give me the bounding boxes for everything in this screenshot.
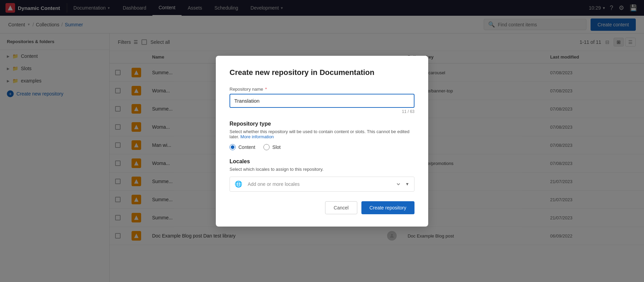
content-radio-text: Content xyxy=(238,144,255,150)
locales-section: Locales Select which locales to assign t… xyxy=(230,158,414,192)
locales-desc: Select which locales to assign to this r… xyxy=(230,167,414,172)
modal-title: Create new repository in Documentation xyxy=(230,68,414,77)
repo-name-input[interactable] xyxy=(230,94,414,108)
modal-actions: Cancel Create repository xyxy=(230,201,414,214)
repo-name-label: Repository name * xyxy=(230,87,414,92)
content-radio-input[interactable] xyxy=(230,144,236,150)
repo-type-group: Repository type Select whether this repo… xyxy=(230,121,414,150)
globe-icon: 🌐 xyxy=(235,180,242,188)
repo-type-desc: Select whether this repository will be u… xyxy=(230,129,414,139)
slot-radio-input[interactable] xyxy=(263,144,270,150)
locales-title: Locales xyxy=(230,158,414,165)
locales-dropdown-caret-icon: ▼ xyxy=(405,182,409,187)
locales-select-wrapper[interactable]: 🌐 Add one or more locales ▼ xyxy=(230,177,414,192)
repo-type-title: Repository type xyxy=(230,121,414,127)
content-radio-label[interactable]: Content xyxy=(230,144,255,150)
create-repository-button[interactable]: Create repository xyxy=(361,201,414,214)
create-repository-modal: Create new repository in Documentation R… xyxy=(216,56,428,227)
repo-name-group: Repository name * 11 / 63 xyxy=(230,87,414,114)
more-information-link[interactable]: More information xyxy=(240,134,274,139)
cancel-button[interactable]: Cancel xyxy=(325,201,357,214)
modal-overlay: Create new repository in Documentation R… xyxy=(0,0,644,282)
locales-select[interactable]: Add one or more locales xyxy=(246,181,401,187)
slot-radio-label[interactable]: Slot xyxy=(263,144,281,150)
char-count: 11 / 63 xyxy=(230,109,414,114)
required-indicator: * xyxy=(265,87,267,92)
repo-type-radio-group: Content Slot xyxy=(230,144,414,150)
slot-radio-text: Slot xyxy=(272,144,281,150)
